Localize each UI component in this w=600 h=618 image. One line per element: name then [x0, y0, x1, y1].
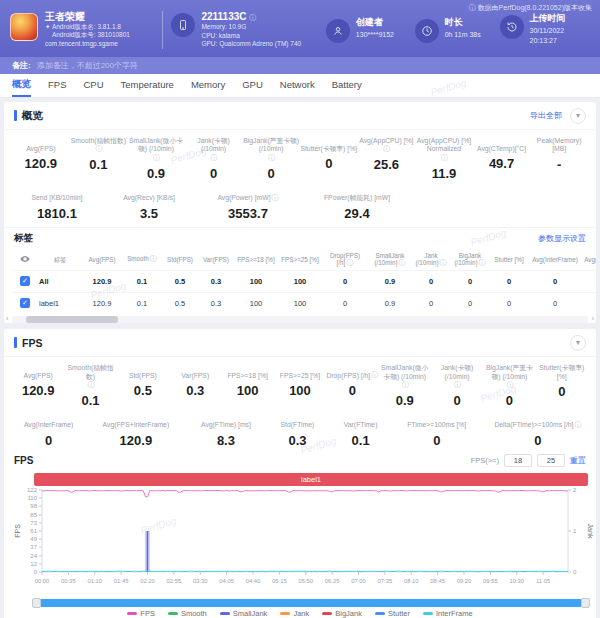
reset-link[interactable]: 重置	[570, 455, 586, 466]
metric-label: Avg(AppCPU) [%] Normalizedⓘ	[415, 137, 473, 163]
metric-value: 29.4	[312, 206, 402, 221]
fps-threshold-input-1[interactable]	[504, 454, 532, 467]
info-icon[interactable]: ⓘ	[506, 381, 513, 390]
chart-range-slider[interactable]	[34, 599, 588, 607]
info-icon[interactable]: ⓘ	[574, 421, 581, 430]
labels-table-scrollbar[interactable]: ‹ ›	[12, 316, 588, 323]
tab-cpu[interactable]: CPU	[83, 74, 103, 97]
info-icon[interactable]: ⓘ	[371, 371, 378, 380]
svg-text:05:15: 05:15	[272, 578, 287, 584]
info-icon[interactable]: ⓘ	[88, 381, 95, 390]
fps-threshold-input-2[interactable]	[537, 454, 565, 467]
svg-text:08:10: 08:10	[404, 578, 419, 584]
legend-item-smooth[interactable]: Smooth	[168, 609, 207, 618]
tab-memory[interactable]: Memory	[191, 74, 225, 97]
tab-gpu[interactable]: GPU	[242, 74, 263, 97]
chart-label-band[interactable]: label1	[34, 473, 588, 486]
svg-text:37: 37	[30, 544, 37, 550]
svg-text:09:55: 09:55	[483, 578, 498, 584]
metric: Avg(AppCPU) [%] Normalizedⓘ11.9	[415, 137, 473, 181]
metric-label: Avg(FPS)	[12, 137, 70, 153]
slider-handle-left[interactable]	[32, 598, 41, 608]
param-display-settings-link[interactable]: 参数显示设置	[538, 233, 586, 244]
note-bar[interactable]: 备注: 添加备注，不超过200个字符	[0, 57, 600, 74]
metric: Avg(FTime) [ms]8.3	[193, 414, 260, 448]
metric-label: Jank(卡顿) (/10min)ⓘ	[431, 364, 483, 390]
metric-value: 25.6	[358, 157, 416, 172]
legend-item-interframe[interactable]: InterFrame	[423, 609, 473, 618]
export-all-link[interactable]: 导出全部	[530, 110, 562, 121]
device-info-icon[interactable]: ⓘ	[249, 13, 256, 22]
info-icon[interactable]: ⓘ	[399, 259, 406, 266]
svg-text:49: 49	[30, 536, 37, 542]
visibility-eye-icon[interactable]	[12, 250, 38, 270]
info-icon[interactable]: ⓘ	[346, 259, 353, 266]
metric: Avg(InterFrame)0	[18, 414, 79, 448]
legend-label: Smooth	[181, 609, 207, 618]
legend-item-bigjank[interactable]: BigJank	[322, 609, 362, 618]
row-checkbox[interactable]: ✓	[20, 298, 30, 308]
info-icon[interactable]: ⓘ	[272, 194, 279, 203]
table-cell: 0	[490, 292, 528, 314]
table-column-header: BigJank (/10min)ⓘ	[450, 250, 490, 270]
history-clock-icon	[500, 15, 524, 39]
info-icon[interactable]: ⓘ	[150, 255, 157, 262]
info-icon[interactable]: ⓘ	[95, 145, 102, 154]
table-cell: 120.9	[582, 292, 596, 314]
metric-value: 8.3	[193, 433, 260, 448]
metric: SmallJank(微小卡顿) (/10min)ⓘ0.9	[127, 137, 185, 181]
tab-fps[interactable]: FPS	[48, 74, 66, 97]
info-icon[interactable]: ⓘ	[211, 154, 218, 163]
info-icon[interactable]: ⓘ	[268, 154, 275, 163]
info-icon[interactable]: ⓘ	[440, 259, 447, 266]
tab-overview[interactable]: 概览	[12, 74, 31, 97]
svg-text:09:20: 09:20	[457, 578, 472, 584]
metric-value: 0.9	[379, 393, 431, 408]
metric-label: FPS>=18 [%]	[221, 364, 273, 380]
note-placeholder: 添加备注，不超过200个字符	[37, 60, 138, 71]
legend-item-jank[interactable]: Jank	[280, 609, 309, 618]
tab-battery[interactable]: Battery	[332, 74, 362, 97]
table-column-header: Var(FPS)	[198, 250, 234, 270]
info-icon[interactable]: ⓘ	[479, 259, 486, 266]
svg-text:1: 1	[573, 528, 577, 534]
info-icon[interactable]: ⓘ	[383, 145, 390, 154]
metric: BigJank(严重卡顿) (/10min)ⓘ0	[483, 364, 535, 408]
legend-label: Jank	[293, 609, 309, 618]
tab-network[interactable]: Network	[280, 74, 315, 97]
fps-collapse-button[interactable]: ▾	[570, 335, 586, 351]
legend-item-fps[interactable]: FPS	[127, 609, 155, 618]
table-cell: 100	[234, 292, 278, 314]
slider-handle-right[interactable]	[581, 598, 590, 608]
info-icon[interactable]: ⓘ	[454, 381, 461, 390]
row-checkbox[interactable]: ✓	[20, 276, 30, 286]
phone-icon	[171, 13, 195, 37]
metric: Drop(FPS) [/h]ⓘ0	[326, 364, 378, 408]
metric: Avg(FPS)120.9	[12, 137, 70, 181]
info-icon[interactable]: ⓘ	[402, 381, 409, 390]
table-cell: 0	[412, 292, 450, 314]
app-info-block: 王者荣耀 ✦ Android版本名: 3.81.1.8 ✦ Android版本号…	[10, 11, 162, 49]
info-icon[interactable]: ⓘ	[153, 154, 160, 163]
metric-label: FTime>=100ms [%]	[400, 414, 474, 430]
table-cell: 0.9	[368, 270, 412, 292]
legend-item-smalljank[interactable]: SmallJank	[220, 609, 268, 618]
fps-chart[interactable]: 01224374961738598110122012FPSJank00:0000…	[12, 486, 596, 598]
svg-text:Jank: Jank	[587, 523, 594, 538]
legend-swatch	[127, 612, 137, 615]
scrollbar-thumb[interactable]	[26, 316, 118, 323]
legend-item-stutter[interactable]: Stutter	[375, 609, 410, 618]
table-cell: 0.3	[198, 270, 234, 292]
section-accent-bar	[14, 110, 17, 121]
metric-label: Avg(FPS)	[12, 364, 64, 380]
labels-table: 标签Avg(FPS)SmoothⓘStd(FPS)Var(FPS)FPS>=18…	[12, 250, 596, 314]
tab-temperature[interactable]: Temperature	[121, 74, 174, 97]
svg-text:110: 110	[27, 495, 37, 501]
overview-collapse-button[interactable]: ▾	[570, 108, 586, 124]
device-info-block: 2211133C ⓘ Memory: 10.9G CPU: kalama GPU…	[171, 10, 325, 48]
svg-text:03:30: 03:30	[193, 578, 208, 584]
metric-value: 0.9	[127, 166, 185, 181]
table-column-header: Smoothⓘ	[122, 250, 162, 270]
device-memory: Memory: 10.9G	[201, 23, 301, 31]
info-icon[interactable]: ⓘ	[441, 154, 448, 163]
